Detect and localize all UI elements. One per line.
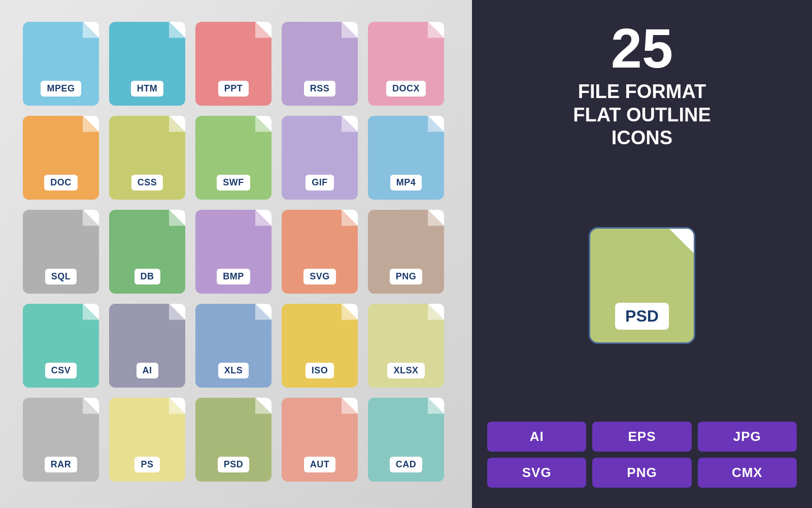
tag-svg: SVG [487, 458, 586, 488]
file-icon-rss: RSS [282, 22, 358, 106]
file-label-db: DB [134, 269, 160, 284]
file-icon-css: CSS [109, 116, 185, 200]
file-icon-db: DB [109, 210, 185, 294]
left-panel: MPEGHTMPPTRSSDOCXDOCCSSSWFGIFMP4SQLDBBMP… [0, 0, 472, 508]
featured-file-label: PSD [615, 303, 669, 330]
product-title: FILE FORMAT FLAT OUTLINE ICONS [573, 80, 711, 150]
file-icon-mp4: MP4 [368, 116, 444, 200]
file-icon-aut: AUT [282, 398, 358, 482]
tag-cmx: CMX [698, 458, 797, 488]
count-number: 25 [611, 20, 673, 76]
file-icon-mpeg: MPEG [23, 22, 99, 106]
file-label-png: PNG [390, 269, 423, 284]
file-label-doc: DOC [44, 175, 78, 190]
icons-grid: MPEGHTMPPTRSSDOCXDOCCSSSWFGIFMP4SQLDBBMP… [23, 22, 449, 487]
tag-eps: EPS [592, 422, 691, 452]
file-icon-bmp: BMP [195, 210, 272, 294]
file-label-ai: AI [137, 363, 158, 378]
file-icon-sql: SQL [23, 210, 99, 294]
file-icon-docx: DOCX [368, 22, 444, 106]
file-icon-psd: PSD [195, 398, 272, 482]
file-label-cad: CAD [390, 457, 423, 472]
file-icon-htm: HTM [109, 22, 185, 106]
tag-jpg: JPG [698, 422, 797, 452]
tag-ai: AI [487, 422, 586, 452]
file-label-xlsx: XLSX [387, 363, 424, 378]
file-label-css: CSS [131, 175, 163, 190]
file-label-gif: GIF [306, 175, 334, 190]
file-label-bmp: BMP [217, 269, 250, 284]
file-label-svg: SVG [303, 269, 336, 284]
file-label-ps: PS [134, 457, 159, 472]
file-icon-xlsx: XLSX [368, 304, 444, 388]
right-panel: 25 FILE FORMAT FLAT OUTLINE ICONS PSD AI… [472, 0, 812, 508]
file-label-htm: HTM [131, 81, 164, 97]
right-top-section: 25 FILE FORMAT FLAT OUTLINE ICONS [573, 20, 711, 150]
file-icon-rar: RAR [23, 398, 99, 482]
file-label-csv: CSV [45, 363, 77, 378]
tags-grid: AIEPSJPGSVGPNGCMX [487, 422, 797, 488]
file-label-rar: RAR [45, 457, 78, 472]
featured-file-icon: PSD [589, 227, 695, 344]
file-label-swf: SWF [217, 175, 250, 190]
file-icon-xls: XLS [195, 304, 272, 388]
file-label-docx: DOCX [386, 81, 426, 97]
file-label-xls: XLS [218, 363, 249, 378]
file-icon-png: PNG [368, 210, 444, 294]
file-icon-svg: SVG [282, 210, 358, 294]
file-icon-cad: CAD [368, 398, 444, 482]
file-label-sql: SQL [45, 269, 77, 284]
file-icon-doc: DOC [23, 116, 99, 200]
file-icon-swf: SWF [195, 116, 272, 200]
tag-png: PNG [592, 458, 691, 488]
featured-icon-container: PSD [589, 227, 695, 344]
file-label-ppt: PPT [218, 81, 249, 97]
file-icon-iso: ISO [282, 304, 358, 388]
file-icon-ps: PS [109, 398, 185, 482]
file-label-psd: PSD [218, 457, 250, 472]
file-icon-ai: AI [109, 304, 185, 388]
file-icon-gif: GIF [282, 116, 358, 200]
file-icon-ppt: PPT [195, 22, 272, 106]
file-label-mpeg: MPEG [41, 81, 81, 97]
file-label-rss: RSS [304, 81, 336, 97]
file-label-mp4: MP4 [390, 175, 422, 190]
file-label-aut: AUT [304, 457, 336, 472]
file-label-iso: ISO [306, 363, 334, 378]
file-icon-csv: CSV [23, 304, 99, 388]
